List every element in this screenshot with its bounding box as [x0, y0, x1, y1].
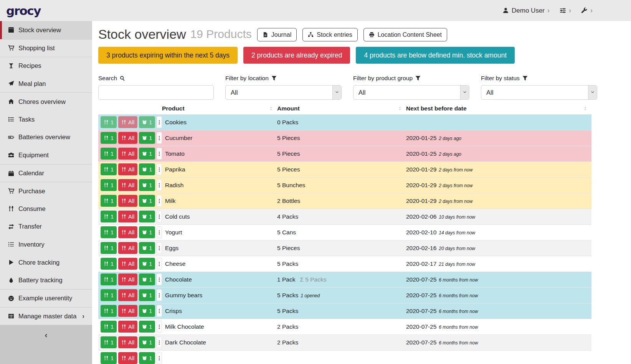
column-header-next-best-before-date[interactable]: Next best before date: [406, 103, 591, 114]
journal-button[interactable]: Journal: [257, 28, 297, 41]
consume-all-button[interactable]: All: [118, 321, 137, 333]
row-menu-button[interactable]: [157, 258, 162, 270]
sidebar-item-stock-overview[interactable]: Stock overview: [0, 21, 92, 39]
row-menu-button[interactable]: [157, 242, 162, 254]
sidebar-item-chore-tracking[interactable]: Chore tracking: [0, 254, 92, 272]
consume-all-button[interactable]: All: [118, 289, 137, 301]
column-header-amount[interactable]: Amount: [277, 103, 406, 114]
consume-all-button[interactable]: All: [118, 116, 137, 128]
column-header-product[interactable]: Product: [162, 103, 277, 114]
consume-all-button[interactable]: All: [118, 336, 137, 348]
open-one-button[interactable]: 1: [139, 305, 155, 317]
row-menu-button[interactable]: [157, 305, 162, 317]
consume-one-button[interactable]: 1: [101, 289, 117, 301]
consume-all-button[interactable]: All: [118, 179, 137, 191]
consume-one-button[interactable]: 1: [101, 226, 117, 238]
consume-all-button[interactable]: All: [118, 163, 137, 175]
admin-menu[interactable]: ›: [581, 7, 593, 15]
sidebar-item-example-userentity[interactable]: Example userentity: [0, 289, 92, 307]
row-menu-button[interactable]: [157, 352, 162, 364]
consume-all-button[interactable]: All: [118, 242, 137, 254]
sidebar-item-manage-master-data[interactable]: Manage master data›: [0, 307, 92, 325]
location-content-sheet-button[interactable]: Location Content Sheet: [363, 28, 447, 41]
status-banner[interactable]: 4 products are below defined min. stock …: [356, 47, 515, 64]
open-one-button[interactable]: 1: [139, 226, 155, 238]
sidebar-item-consume[interactable]: Consume: [0, 200, 92, 218]
open-one-button[interactable]: 1: [139, 179, 155, 191]
consume-one-button[interactable]: 1: [101, 179, 117, 191]
sidebar-item-chores-overview[interactable]: Chores overview: [0, 92, 92, 110]
sidebar-item-recipes[interactable]: Recipes: [0, 57, 92, 75]
open-one-button[interactable]: 1: [139, 132, 155, 144]
row-menu-button[interactable]: [157, 226, 162, 238]
consume-one-button[interactable]: 1: [101, 273, 117, 285]
filter-by-product-group-select[interactable]: All: [353, 85, 469, 100]
row-menu-button[interactable]: [157, 336, 162, 348]
consume-one-button[interactable]: 1: [101, 163, 117, 175]
consume-all-button[interactable]: All: [118, 132, 137, 144]
open-one-button[interactable]: 1: [139, 321, 155, 333]
consume-one-button[interactable]: 1: [101, 132, 117, 144]
status-banner[interactable]: 3 products expiring within the next 5 da…: [98, 47, 238, 64]
consume-all-button[interactable]: All: [118, 258, 137, 270]
consume-one-button[interactable]: 1: [101, 352, 117, 364]
open-one-button[interactable]: 1: [139, 258, 155, 270]
status-banners: 3 products expiring within the next 5 da…: [98, 47, 631, 64]
row-menu-button[interactable]: [157, 211, 162, 222]
sidebar-item-batteries-overview[interactable]: Batteries overview: [0, 128, 92, 147]
consume-one-button[interactable]: 1: [101, 116, 117, 128]
open-one-button[interactable]: 1: [139, 163, 155, 175]
row-menu-button[interactable]: [157, 289, 162, 301]
sidebar-collapse-button[interactable]: ‹: [0, 325, 92, 364]
stock-entries-button[interactable]: Stock entries: [302, 28, 357, 41]
sidebar-item-battery-tracking[interactable]: Battery tracking: [0, 271, 92, 289]
sidebar-item-shopping-list[interactable]: Shopping list: [0, 39, 92, 57]
consume-one-button[interactable]: 1: [101, 195, 117, 207]
sidebar-item-equipment[interactable]: Equipment: [0, 146, 92, 164]
filter-by-status-select[interactable]: All: [481, 85, 597, 100]
row-menu-button[interactable]: [157, 179, 162, 191]
sidebar-item-meal-plan[interactable]: Meal plan: [0, 75, 92, 93]
consume-all-button[interactable]: All: [118, 352, 137, 364]
open-one-button[interactable]: 1: [139, 211, 155, 222]
consume-all-button[interactable]: All: [118, 195, 137, 207]
settings-menu[interactable]: ›: [560, 7, 571, 15]
row-menu-button[interactable]: [157, 132, 162, 144]
sidebar-item-tasks[interactable]: Tasks: [0, 110, 92, 128]
consume-one-button[interactable]: 1: [101, 321, 117, 333]
consume-all-button[interactable]: All: [118, 211, 137, 222]
open-one-button[interactable]: 1: [139, 336, 155, 348]
row-menu-button[interactable]: [157, 116, 162, 128]
consume-one-button[interactable]: 1: [101, 148, 117, 160]
consume-one-button[interactable]: 1: [101, 211, 117, 222]
open-one-button[interactable]: 1: [139, 116, 155, 128]
status-banner[interactable]: 2 products are already expired: [243, 47, 350, 64]
open-one-button[interactable]: 1: [139, 289, 155, 301]
filter-by-location-select[interactable]: All: [225, 85, 342, 100]
sidebar-item-purchase[interactable]: Purchase: [0, 182, 92, 200]
sidebar-item-calendar[interactable]: Calendar: [0, 164, 92, 182]
row-menu-button[interactable]: [157, 273, 162, 285]
open-one-button[interactable]: 1: [139, 148, 155, 160]
open-one-button[interactable]: 1: [139, 273, 155, 285]
search-input[interactable]: [98, 85, 214, 100]
stock-table-wrap: ProductAmountNext best before date 1All1…: [98, 103, 591, 364]
consume-all-button[interactable]: All: [118, 226, 137, 238]
consume-all-button[interactable]: All: [118, 305, 137, 317]
open-one-button[interactable]: 1: [139, 242, 155, 254]
sidebar-item-transfer[interactable]: Transfer: [0, 218, 92, 236]
consume-one-button[interactable]: 1: [101, 336, 117, 348]
consume-all-button[interactable]: All: [118, 148, 137, 160]
row-menu-button[interactable]: [157, 195, 162, 207]
row-menu-button[interactable]: [157, 148, 162, 160]
consume-one-button[interactable]: 1: [101, 258, 117, 270]
row-menu-button[interactable]: [157, 321, 162, 333]
open-one-button[interactable]: 1: [139, 195, 155, 207]
consume-one-button[interactable]: 1: [101, 305, 117, 317]
user-menu[interactable]: Demo User ›: [502, 7, 550, 15]
row-menu-button[interactable]: [157, 163, 162, 175]
open-one-button[interactable]: 1: [139, 352, 155, 364]
consume-all-button[interactable]: All: [118, 273, 137, 285]
sidebar-item-inventory[interactable]: Inventory: [0, 236, 92, 254]
consume-one-button[interactable]: 1: [101, 242, 117, 254]
